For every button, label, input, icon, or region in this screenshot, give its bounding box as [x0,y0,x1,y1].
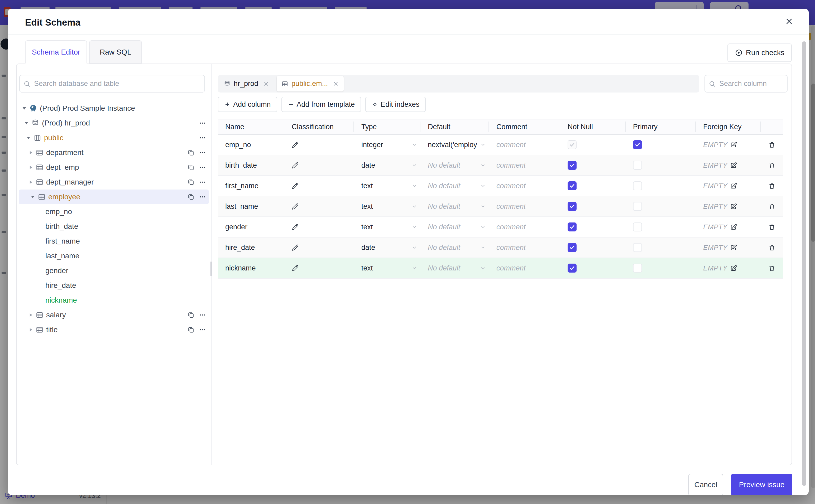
default-select[interactable]: No default [421,176,489,196]
type-select[interactable]: integer [354,135,421,155]
default-select[interactable]: No default [421,217,489,237]
pencil-icon[interactable] [292,224,299,231]
pencil-icon[interactable] [292,244,299,251]
edit-indexes-button[interactable]: Edit indexes [365,97,426,112]
comment-input[interactable]: comment [489,238,560,258]
tree-item-column-last-name[interactable]: last_name [17,249,209,263]
ellipsis-icon[interactable] [199,164,206,171]
copy-icon[interactable] [187,326,195,333]
caret-right-icon[interactable] [28,164,33,170]
tree-item-column-birth-date[interactable]: birth_date [17,219,209,234]
primary-checkbox[interactable] [633,202,642,211]
column-name-cell[interactable]: emp_no [225,141,251,149]
tab-schema-editor[interactable]: Schema Editor [25,40,87,64]
comment-input[interactable]: comment [489,217,560,237]
primary-checkbox[interactable] [633,181,642,190]
tree-item-schema-public[interactable]: public [17,130,209,145]
pencil-icon[interactable] [292,182,299,190]
not-null-checkbox[interactable] [568,161,577,170]
pencil-icon[interactable] [292,203,299,210]
comment-input[interactable]: comment [489,155,560,175]
tree-item-table-dept-manager[interactable]: dept_manager [17,175,209,190]
default-select[interactable]: No default [421,196,489,216]
caret-down-icon[interactable] [23,120,29,126]
not-null-checkbox[interactable] [568,243,577,252]
primary-checkbox[interactable] [633,243,642,252]
caret-right-icon[interactable] [28,179,33,185]
add-column-button[interactable]: Add column [218,97,277,112]
ellipsis-icon[interactable] [199,179,206,186]
trash-icon[interactable] [768,141,775,148]
column-name-cell[interactable]: last_name [225,202,258,211]
caret-down-icon[interactable] [30,194,36,200]
tree-item-table-salary[interactable]: salary [17,308,209,322]
type-select[interactable]: date [354,238,421,258]
pencil-icon[interactable] [292,141,299,148]
not-null-checkbox[interactable] [568,202,577,211]
preview-issue-button[interactable]: Preview issue [731,474,792,495]
comment-input[interactable]: comment [489,258,560,278]
copy-icon[interactable] [187,178,195,186]
trash-icon[interactable] [768,162,775,169]
tab-raw-sql[interactable]: Raw SQL [89,40,142,64]
tree-item-table-employee[interactable]: employee [19,190,209,204]
type-select[interactable]: text [354,176,421,196]
edit-icon[interactable] [730,162,737,169]
primary-checkbox[interactable] [633,264,642,273]
ellipsis-icon[interactable] [199,120,206,127]
comment-input[interactable]: comment [489,135,560,155]
column-name-cell[interactable]: birth_date [225,161,257,169]
ellipsis-icon[interactable] [199,326,206,333]
default-select[interactable]: No default [421,258,489,278]
tab-chip-hr-prod[interactable]: hr_prod [219,76,274,91]
column-name-cell[interactable]: gender [225,223,247,231]
ellipsis-icon[interactable] [199,193,206,200]
edit-icon[interactable] [730,203,737,210]
ellipsis-icon[interactable] [199,134,206,141]
copy-icon[interactable] [187,164,195,171]
primary-checkbox[interactable] [633,140,642,149]
comment-input[interactable]: comment [489,196,560,216]
not-null-checkbox[interactable] [568,264,577,273]
close-button[interactable] [783,16,795,27]
default-select[interactable]: nextval('employ [421,135,489,155]
edit-icon[interactable] [730,244,737,251]
tree-item-column-first-name[interactable]: first_name [17,234,209,249]
close-icon[interactable] [332,81,339,87]
type-select[interactable]: text [354,258,421,278]
column-name-cell[interactable]: nickname [225,264,256,272]
not-null-checkbox[interactable] [568,181,577,190]
ellipsis-icon[interactable] [199,149,206,156]
default-select[interactable]: No default [421,238,489,258]
sidebar-resize-handle[interactable] [210,261,213,276]
column-name-cell[interactable]: hire_date [225,244,255,252]
tree-item-database[interactable]: (Prod) hr_prod [17,116,209,130]
copy-icon[interactable] [187,311,195,319]
tab-chip-public-employee[interactable]: public.em... [277,76,344,91]
type-select[interactable]: text [354,196,421,216]
pencil-icon[interactable] [292,265,299,272]
default-select[interactable]: No default [421,155,489,175]
copy-icon[interactable] [187,149,195,156]
pencil-icon[interactable] [292,162,299,169]
caret-right-icon[interactable] [28,150,33,156]
ellipsis-icon[interactable] [199,312,206,318]
edit-icon[interactable] [730,265,737,272]
close-icon[interactable] [263,81,269,87]
tree-item-table-dept-emp[interactable]: dept_emp [17,160,209,175]
type-select[interactable]: date [354,155,421,175]
caret-right-icon[interactable] [28,327,33,333]
primary-checkbox[interactable] [633,161,642,170]
comment-input[interactable]: comment [489,176,560,196]
tree-item-table-department[interactable]: department [17,145,209,160]
search-column-input[interactable] [705,75,788,93]
tree-item-column-emp-no[interactable]: emp_no [17,204,209,219]
cancel-button[interactable]: Cancel [688,474,723,495]
caret-down-icon[interactable] [21,105,27,111]
caret-right-icon[interactable] [28,312,33,318]
trash-icon[interactable] [768,203,775,210]
tree-item-column-nickname[interactable]: nickname [17,293,209,308]
type-select[interactable]: text [354,217,421,237]
not-null-checkbox[interactable] [568,222,577,231]
edit-icon[interactable] [730,182,737,190]
